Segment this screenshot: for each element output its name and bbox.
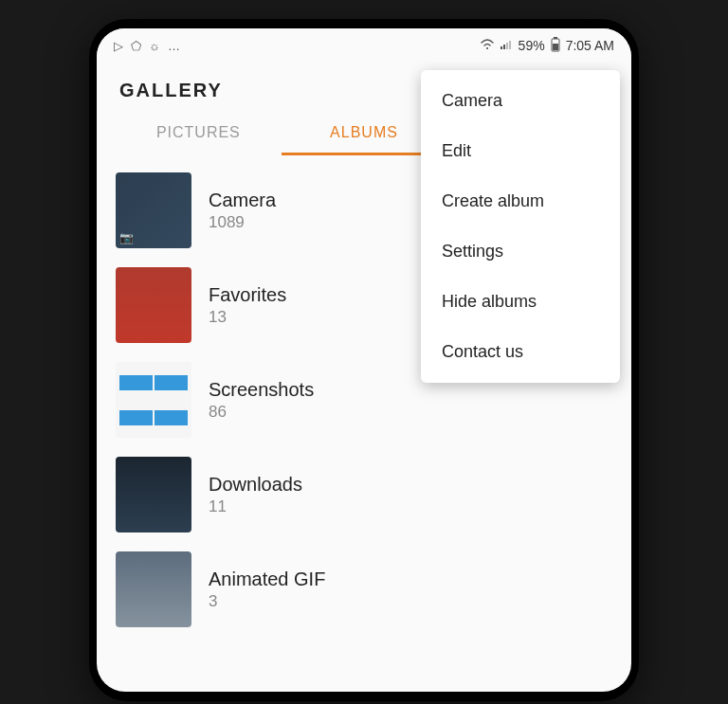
battery-icon	[551, 37, 560, 55]
album-name: Favorites	[209, 284, 286, 306]
album-thumb	[116, 457, 191, 533]
album-thumb	[116, 267, 191, 343]
album-row-downloads[interactable]: Downloads 11	[97, 447, 631, 542]
battery-percent: 59%	[519, 38, 545, 53]
album-count: 13	[209, 308, 286, 327]
album-name: Camera	[209, 190, 276, 211]
menu-item-settings[interactable]: Settings	[421, 226, 620, 277]
play-icon: ▷	[114, 39, 123, 53]
album-info: Camera 1089	[209, 190, 276, 232]
brightness-icon: ☼	[149, 39, 160, 53]
album-row-animated-gif[interactable]: Animated GIF 3	[97, 542, 631, 637]
wifi-icon	[481, 39, 494, 53]
svg-rect-7	[553, 44, 558, 50]
clock: 7:05 AM	[566, 38, 614, 53]
signal-icon	[500, 39, 513, 53]
svg-rect-4	[509, 41, 511, 49]
svg-rect-3	[506, 43, 508, 49]
menu-item-contact-us[interactable]: Contact us	[421, 327, 620, 377]
album-thumb	[116, 362, 191, 438]
album-thumb	[116, 172, 191, 248]
album-count: 86	[209, 403, 314, 422]
more-notifications-icon: …	[168, 39, 180, 53]
status-right: 59% 7:05 AM	[481, 37, 614, 55]
svg-rect-1	[500, 46, 502, 49]
status-left-icons: ▷ ⬠ ☼ …	[114, 39, 180, 53]
album-info: Downloads 11	[209, 474, 302, 516]
menu-item-camera[interactable]: Camera	[421, 76, 620, 126]
status-bar: ▷ ⬠ ☼ … 59% 7:05 AM	[97, 28, 631, 63]
album-info: Screenshots 86	[209, 379, 314, 422]
menu-item-edit[interactable]: Edit	[421, 126, 620, 176]
album-count: 3	[209, 592, 325, 611]
svg-rect-2	[503, 45, 505, 49]
phone-frame: ▷ ⬠ ☼ … 59% 7:05 AM GALLERY PI	[89, 19, 639, 701]
notification-icon: ⬠	[131, 39, 141, 53]
album-thumb	[116, 551, 191, 627]
overflow-menu: Camera Edit Create album Settings Hide a…	[421, 70, 620, 383]
menu-item-create-album[interactable]: Create album	[421, 176, 620, 226]
tab-pictures[interactable]: PICTURES	[116, 113, 282, 155]
svg-rect-6	[554, 37, 557, 39]
menu-item-hide-albums[interactable]: Hide albums	[421, 277, 620, 327]
album-name: Downloads	[209, 474, 302, 496]
album-name: Screenshots	[209, 379, 314, 401]
screen: ▷ ⬠ ☼ … 59% 7:05 AM GALLERY PI	[97, 28, 631, 692]
album-info: Animated GIF 3	[209, 569, 325, 611]
album-count: 11	[209, 497, 302, 516]
album-info: Favorites 13	[209, 284, 286, 327]
album-name: Animated GIF	[209, 569, 325, 590]
album-count: 1089	[209, 213, 276, 232]
svg-point-0	[486, 47, 488, 49]
